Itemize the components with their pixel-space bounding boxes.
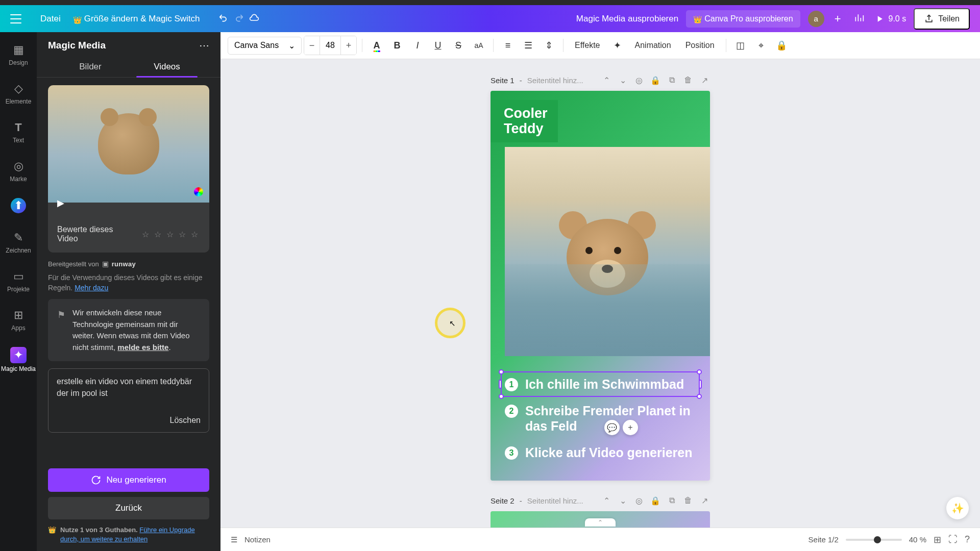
- rate-label: Bewerte dieses Video: [57, 225, 136, 243]
- page-up-icon[interactable]: ⌃: [601, 495, 612, 506]
- bold-icon[interactable]: B: [388, 36, 406, 55]
- report-link[interactable]: melde es bitte: [117, 343, 168, 352]
- rail-brand[interactable]: ◎Marke: [0, 156, 37, 186]
- assistant-icon[interactable]: ✨: [946, 497, 969, 519]
- lock-page-icon[interactable]: 🔒: [650, 495, 661, 506]
- italic-icon[interactable]: I: [408, 36, 427, 55]
- comment-icon[interactable]: 💬: [604, 420, 620, 435]
- generate-button[interactable]: Neu generieren: [48, 468, 209, 492]
- font-size-input[interactable]: [320, 36, 341, 55]
- cloud-sync-icon[interactable]: [247, 10, 262, 28]
- underline-icon[interactable]: U: [429, 36, 447, 55]
- page-down-icon[interactable]: ⌄: [617, 495, 628, 506]
- play-duration[interactable]: 9.0 s: [874, 14, 906, 24]
- transparency-icon[interactable]: ◫: [731, 36, 750, 55]
- effects-button[interactable]: Effekte: [569, 41, 606, 50]
- rules-link[interactable]: Mehr dazu: [75, 284, 108, 292]
- page-title-input[interactable]: Seitentitel hinz...: [527, 76, 583, 85]
- rail-apps[interactable]: ⊞Apps: [0, 305, 37, 335]
- rail-uploads[interactable]: ⬆: [0, 195, 37, 218]
- user-avatar[interactable]: a: [808, 11, 824, 27]
- add-member-icon[interactable]: +: [832, 10, 844, 28]
- grid-view-icon[interactable]: ⊞: [934, 534, 941, 545]
- delete-page-icon[interactable]: 🗑: [682, 74, 694, 86]
- page-canvas[interactable]: Cooler Teddy: [491, 91, 710, 481]
- undo-icon[interactable]: [216, 10, 231, 28]
- step-text[interactable]: Klicke auf Video generieren: [525, 445, 692, 460]
- step-3[interactable]: 3 Klicke auf Video generieren: [505, 445, 696, 460]
- increase-size-button[interactable]: +: [341, 36, 356, 55]
- hide-page-icon[interactable]: ◎: [633, 74, 645, 86]
- font-size-control[interactable]: − +: [304, 36, 357, 55]
- try-pro-button[interactable]: Canva Pro ausprobieren: [686, 10, 800, 28]
- hide-page-icon[interactable]: ◎: [633, 495, 645, 506]
- timeline-expand-icon[interactable]: ⌃: [585, 518, 616, 527]
- animation-button[interactable]: Animation: [629, 41, 677, 50]
- panel-more-icon[interactable]: ⋯: [199, 39, 209, 52]
- selection-box: [501, 371, 700, 397]
- zoom-slider[interactable]: [846, 539, 902, 541]
- file-menu[interactable]: Datei: [34, 11, 67, 27]
- prompt-text[interactable]: erstelle ein video von einem teddybär de…: [57, 376, 201, 407]
- star-icon[interactable]: ☆: [166, 230, 176, 239]
- page-indicator[interactable]: Seite 1/2: [808, 535, 839, 544]
- animation-star-icon[interactable]: ✦: [608, 36, 627, 55]
- rail-draw[interactable]: ✎Zeichnen: [0, 228, 37, 257]
- rating-stars[interactable]: ☆ ☆ ☆ ☆ ☆: [142, 230, 200, 239]
- font-selector[interactable]: Canva Sans⌄: [228, 37, 302, 55]
- export-page-icon[interactable]: ↗: [699, 74, 710, 86]
- align-icon[interactable]: ≡: [499, 36, 517, 55]
- rail-projects[interactable]: ▭Projekte: [0, 266, 37, 296]
- text-color-icon[interactable]: A: [368, 36, 386, 55]
- page-up-icon[interactable]: ⌃: [601, 74, 612, 86]
- decrease-size-button[interactable]: −: [304, 36, 320, 55]
- rail-elements[interactable]: ◇Elemente: [0, 79, 37, 108]
- rail-magic-media[interactable]: ✦Magic Media: [0, 344, 37, 375]
- page-down-icon[interactable]: ⌄: [617, 74, 628, 86]
- star-icon[interactable]: ☆: [142, 230, 151, 239]
- video-thumbnail[interactable]: [48, 85, 209, 203]
- redo-icon[interactable]: [231, 10, 247, 28]
- help-icon[interactable]: ?: [965, 534, 970, 545]
- tab-videos[interactable]: Videos: [129, 57, 205, 77]
- analytics-icon[interactable]: [851, 10, 867, 28]
- play-icon[interactable]: ▶: [57, 197, 66, 207]
- page-title-input[interactable]: Seitentitel hinz...: [527, 496, 583, 505]
- delete-page-icon[interactable]: 🗑: [682, 495, 694, 506]
- step-1[interactable]: 1 Ich chille im Schwimmbad: [505, 377, 696, 392]
- step-2[interactable]: 2 Schreibe Fremder Planet in das Feld: [505, 403, 696, 434]
- rail-design[interactable]: ▦Design: [0, 40, 37, 69]
- share-button[interactable]: Teilen: [914, 8, 970, 30]
- page-heading[interactable]: Cooler Teddy: [491, 100, 558, 142]
- page-image[interactable]: [505, 147, 710, 356]
- tab-images[interactable]: Bilder: [52, 57, 129, 77]
- strikethrough-icon[interactable]: S: [449, 36, 468, 55]
- duplicate-page-icon[interactable]: ⧉: [666, 495, 677, 506]
- star-icon[interactable]: ☆: [179, 230, 188, 239]
- star-icon[interactable]: ☆: [191, 230, 200, 239]
- duplicate-page-icon[interactable]: ⧉: [666, 74, 677, 86]
- back-button[interactable]: Zurück: [48, 497, 209, 519]
- fullscreen-icon[interactable]: ⛶: [948, 534, 958, 545]
- design-title[interactable]: Magic Media ausprobieren: [576, 14, 678, 24]
- notes-button[interactable]: Notizen: [244, 535, 271, 544]
- add-icon[interactable]: +: [623, 420, 638, 435]
- position-button[interactable]: Position: [679, 41, 721, 50]
- generated-video-card[interactable]: ▶ Bewerte dieses Video ☆ ☆ ☆ ☆ ☆: [48, 85, 209, 253]
- text-case-icon[interactable]: aA: [470, 36, 488, 55]
- clear-button[interactable]: Löschen: [57, 416, 201, 425]
- lock-icon[interactable]: 🔒: [772, 36, 791, 55]
- rail-text[interactable]: TText: [0, 117, 37, 147]
- export-page-icon[interactable]: ↗: [699, 495, 710, 506]
- star-icon[interactable]: ☆: [154, 230, 163, 239]
- list-icon[interactable]: ☰: [519, 36, 537, 55]
- prompt-input[interactable]: erstelle ein video von einem teddybär de…: [48, 368, 209, 433]
- hamburger-menu-icon[interactable]: [10, 14, 21, 23]
- copy-style-icon[interactable]: ⌖: [752, 36, 770, 55]
- spacing-icon[interactable]: ⇕: [540, 36, 558, 55]
- notes-icon[interactable]: ☰: [231, 535, 237, 544]
- zoom-value[interactable]: 40 %: [909, 535, 926, 544]
- resize-magic-switch[interactable]: Größe ändern & Magic Switch: [67, 11, 206, 27]
- lock-page-icon[interactable]: 🔒: [650, 74, 661, 86]
- elements-icon: ◇: [11, 82, 26, 96]
